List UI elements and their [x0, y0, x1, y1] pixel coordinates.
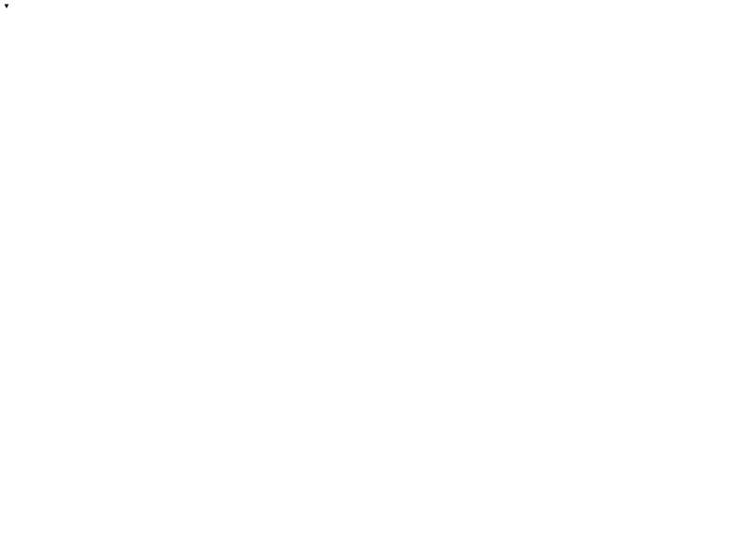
- symbol-dropdown-icon[interactable]: ▼: [3, 2, 10, 10]
- chart-title-bar: ▼: [3, 3, 43, 11]
- mt4-chart-window: ▼: [0, 0, 747, 560]
- chart-plot-area[interactable]: [0, 0, 747, 560]
